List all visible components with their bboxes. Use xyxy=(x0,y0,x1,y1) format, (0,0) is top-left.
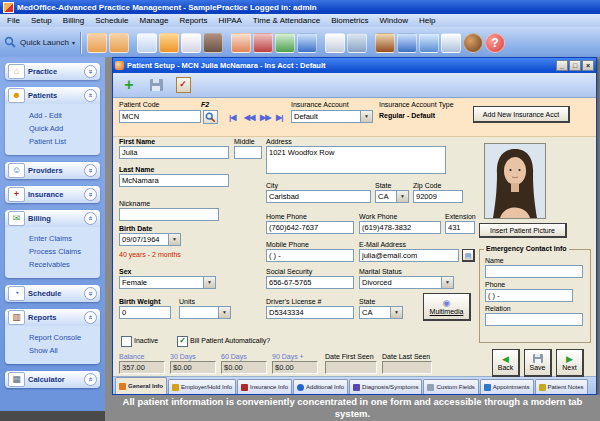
last-name-input[interactable]: McNamara xyxy=(119,174,229,187)
patient-setup-titlebar[interactable]: Patient Setup - MCN Julia McNamara - Ins… xyxy=(113,58,596,73)
cpt-codes-icon[interactable] xyxy=(87,33,107,53)
extension-input[interactable]: 431 xyxy=(445,221,475,234)
state-select[interactable]: CA ▼ xyxy=(375,190,409,203)
biometrics-icon[interactable] xyxy=(441,33,461,53)
mobile-phone-input[interactable]: ( ) - xyxy=(266,249,354,262)
dropdown-arrow-icon[interactable]: ▼ xyxy=(203,277,215,288)
tab-custom-fields[interactable]: Custom Fields xyxy=(423,379,478,394)
chevron-up-icon[interactable]: « xyxy=(84,311,97,324)
tab-general-info[interactable]: General Info xyxy=(115,377,167,394)
quick-launch-button[interactable]: Quick Launch ▾ xyxy=(4,36,75,49)
display-icon[interactable] xyxy=(397,33,417,53)
marital-status-select[interactable]: Divorced ▼ xyxy=(359,276,454,289)
menu-manage[interactable]: Manage xyxy=(140,16,169,25)
sidebar-item-show-all[interactable]: Show All xyxy=(29,344,100,357)
menu-help[interactable]: Help xyxy=(419,16,435,25)
city-input[interactable]: Carlsbad xyxy=(266,190,371,203)
work-phone-input[interactable]: (619)478-3832 xyxy=(359,221,441,234)
dropdown-arrow-icon[interactable]: ▼ xyxy=(360,111,372,122)
next-record-button[interactable]: ▶▶ xyxy=(260,113,270,122)
email-action-button[interactable]: ▤ xyxy=(462,249,475,262)
workstation-icon[interactable] xyxy=(297,33,317,53)
chart-statistics-icon[interactable] xyxy=(375,33,395,53)
add-new-insurance-button[interactable]: Add New Insurance Acct xyxy=(473,106,570,123)
middle-input[interactable] xyxy=(234,146,262,159)
menu-biometrics[interactable]: Biometrics xyxy=(331,16,368,25)
dropdown-arrow-icon[interactable]: ▼ xyxy=(390,307,402,318)
menu-reports[interactable]: Reports xyxy=(179,16,207,25)
icd-codes-icon[interactable] xyxy=(109,33,129,53)
sidebar-section-reports[interactable]: ▥ Reports « xyxy=(5,309,100,326)
previous-record-button[interactable]: ◀◀ xyxy=(244,113,254,122)
chevron-down-icon[interactable]: « xyxy=(84,164,97,177)
sidebar-item-quick-add[interactable]: Quick Add xyxy=(29,122,100,135)
insurance-account-select[interactable]: Default ▼ xyxy=(291,110,373,123)
dropdown-arrow-icon[interactable]: ▼ xyxy=(218,307,230,318)
coin-icon[interactable] xyxy=(463,33,483,53)
reports-document-icon[interactable] xyxy=(325,33,345,53)
sidebar-item-patient-list[interactable]: Patient List xyxy=(29,135,100,148)
sidebar-section-schedule[interactable]: ◔ Schedule « xyxy=(5,285,100,302)
tab-patient-notes[interactable]: Patient Notes xyxy=(535,379,588,394)
insert-patient-picture-button[interactable]: Insert Patient Picture xyxy=(479,223,567,238)
menu-setup[interactable]: Setup xyxy=(31,16,52,25)
sidebar-item-receivables[interactable]: Receivables xyxy=(29,258,100,271)
save-button[interactable]: Save xyxy=(524,349,552,377)
address-input[interactable]: 1021 Woodfox Row xyxy=(266,146,446,174)
help-icon[interactable]: ? xyxy=(485,33,505,53)
camera-icon[interactable] xyxy=(203,33,223,53)
sidebar-section-providers[interactable]: ☺ Providers « xyxy=(5,162,100,179)
patient-notes-icon[interactable] xyxy=(181,33,201,53)
tab-diagnosis-symptoms[interactable]: Diagnosis/Symptoms xyxy=(349,379,422,394)
calculator-icon[interactable] xyxy=(347,33,367,53)
sex-select[interactable]: Female ▼ xyxy=(119,276,216,289)
sidebar-item-add-edit[interactable]: Add - Edit xyxy=(29,109,100,122)
menu-time-attendance[interactable]: Time & Attendance xyxy=(253,16,320,25)
menu-window[interactable]: Window xyxy=(380,16,408,25)
emergency-name-input[interactable] xyxy=(485,265,583,278)
menu-schedule[interactable]: Schedule xyxy=(95,16,128,25)
dl-state-select[interactable]: CA ▼ xyxy=(359,306,403,319)
sidebar-section-calculator[interactable]: ▦ Calculator « xyxy=(5,371,100,388)
chevron-down-icon[interactable]: « xyxy=(84,287,97,300)
maximize-button[interactable]: □ xyxy=(569,60,581,71)
back-button[interactable]: ◀ Back xyxy=(492,349,520,377)
nickname-input[interactable] xyxy=(119,208,219,221)
appointments-icon[interactable] xyxy=(159,33,179,53)
minimize-button[interactable]: _ xyxy=(556,60,568,71)
menu-billing[interactable]: Billing xyxy=(63,16,84,25)
chevron-up-icon[interactable]: « xyxy=(84,89,97,102)
birth-date-select[interactable]: 09/07/1964 ▼ xyxy=(119,233,181,246)
dropdown-arrow-icon[interactable]: ▼ xyxy=(441,277,453,288)
referrals-icon[interactable] xyxy=(231,33,251,53)
network-users-icon[interactable] xyxy=(419,33,439,53)
multimedia-button[interactable]: ◉ Multimedia xyxy=(423,293,471,321)
sidebar-section-insurance[interactable]: + Insurance « xyxy=(5,186,100,203)
patient-code-input[interactable]: MCN xyxy=(119,110,201,123)
sidebar-section-billing[interactable]: ✉ Billing « xyxy=(5,210,100,227)
chevron-down-icon[interactable]: « xyxy=(84,65,97,78)
emergency-relation-input[interactable] xyxy=(485,313,583,326)
close-button[interactable]: × xyxy=(582,60,594,71)
sidebar-section-practice[interactable]: ⌂ Practice « xyxy=(5,63,100,80)
tab-additional-info[interactable]: Additional Info xyxy=(293,379,348,394)
drivers-license-input[interactable]: D5343334 xyxy=(266,306,354,319)
bill-auto-checkbox[interactable]: ✓ xyxy=(177,336,188,347)
sidebar-item-process-claims[interactable]: Process Claims xyxy=(29,245,100,258)
dropdown-arrow-icon[interactable]: ▼ xyxy=(396,191,408,202)
menu-hipaa[interactable]: HIPAA xyxy=(218,16,241,25)
email-input[interactable]: julia@email.com xyxy=(359,249,459,262)
dropdown-arrow-icon[interactable]: ▼ xyxy=(168,234,180,245)
sidebar-item-enter-claims[interactable]: Enter Claims xyxy=(29,232,100,245)
first-record-button[interactable]: |◀ xyxy=(229,113,235,122)
chevron-down-icon[interactable]: « xyxy=(84,188,97,201)
sidebar-item-report-console[interactable]: Report Console xyxy=(29,331,100,344)
tab-employer-hold-info[interactable]: Employer/Hold Info xyxy=(168,379,236,394)
verify-record-button[interactable]: ✓ xyxy=(171,75,195,96)
home-phone-input[interactable]: (760)642-7637 xyxy=(266,221,354,234)
units-select[interactable]: ▼ xyxy=(179,306,231,319)
tab-appointments[interactable]: Appointments xyxy=(480,379,534,394)
save-record-button[interactable] xyxy=(144,75,168,96)
chevron-up-icon[interactable]: « xyxy=(84,212,97,225)
zip-input[interactable]: 92009 xyxy=(413,190,463,203)
